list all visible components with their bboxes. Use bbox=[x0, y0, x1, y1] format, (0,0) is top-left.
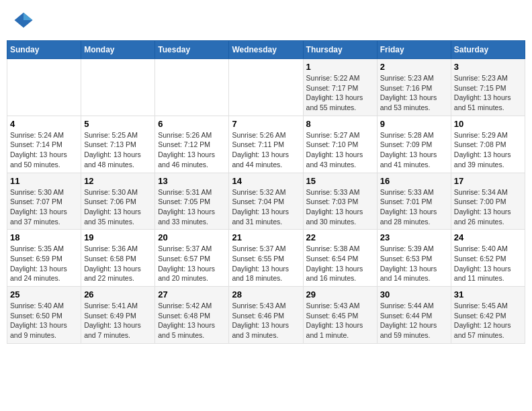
column-header-monday: Monday bbox=[81, 41, 155, 59]
day-number: 27 bbox=[158, 289, 226, 300]
calendar-cell: 20Sunrise: 5:37 AM Sunset: 6:57 PM Dayli… bbox=[155, 230, 229, 287]
calendar-cell: 3Sunrise: 5:23 AM Sunset: 7:15 PM Daylig… bbox=[451, 59, 525, 116]
day-info: Sunrise: 5:36 AM Sunset: 6:58 PM Dayligh… bbox=[84, 244, 152, 283]
calendar-cell: 1Sunrise: 5:22 AM Sunset: 7:17 PM Daylig… bbox=[303, 59, 377, 116]
day-info: Sunrise: 5:41 AM Sunset: 6:49 PM Dayligh… bbox=[84, 301, 152, 340]
calendar-cell: 17Sunrise: 5:34 AM Sunset: 7:00 PM Dayli… bbox=[451, 173, 525, 230]
day-info: Sunrise: 5:24 AM Sunset: 7:14 PM Dayligh… bbox=[10, 130, 78, 170]
calendar-cell: 15Sunrise: 5:33 AM Sunset: 7:03 PM Dayli… bbox=[303, 173, 377, 230]
calendar-cell: 28Sunrise: 5:43 AM Sunset: 6:46 PM Dayli… bbox=[229, 287, 303, 344]
day-number: 14 bbox=[232, 176, 300, 186]
calendar-cell bbox=[7, 59, 81, 116]
calendar-cell: 11Sunrise: 5:30 AM Sunset: 7:07 PM Dayli… bbox=[7, 173, 81, 230]
day-number: 1 bbox=[306, 62, 374, 72]
calendar-cell: 31Sunrise: 5:45 AM Sunset: 6:42 PM Dayli… bbox=[451, 287, 525, 344]
calendar-cell bbox=[155, 59, 229, 116]
day-number: 23 bbox=[380, 232, 448, 242]
day-info: Sunrise: 5:27 AM Sunset: 7:10 PM Dayligh… bbox=[306, 130, 374, 170]
page-header bbox=[7, 7, 525, 34]
day-number: 19 bbox=[84, 232, 152, 242]
calendar-cell: 30Sunrise: 5:44 AM Sunset: 6:44 PM Dayli… bbox=[377, 287, 451, 344]
column-header-saturday: Saturday bbox=[451, 41, 525, 59]
day-info: Sunrise: 5:43 AM Sunset: 6:45 PM Dayligh… bbox=[306, 301, 374, 340]
column-header-sunday: Sunday bbox=[7, 41, 81, 59]
calendar-cell: 5Sunrise: 5:25 AM Sunset: 7:13 PM Daylig… bbox=[81, 116, 155, 173]
calendar-cell: 19Sunrise: 5:36 AM Sunset: 6:58 PM Dayli… bbox=[81, 230, 155, 287]
column-header-wednesday: Wednesday bbox=[229, 41, 303, 59]
calendar-cell: 29Sunrise: 5:43 AM Sunset: 6:45 PM Dayli… bbox=[303, 287, 377, 344]
day-number: 22 bbox=[306, 232, 374, 242]
day-info: Sunrise: 5:28 AM Sunset: 7:09 PM Dayligh… bbox=[380, 130, 448, 170]
calendar-cell: 4Sunrise: 5:24 AM Sunset: 7:14 PM Daylig… bbox=[7, 116, 81, 173]
day-info: Sunrise: 5:33 AM Sunset: 7:01 PM Dayligh… bbox=[380, 187, 448, 227]
column-header-friday: Friday bbox=[377, 41, 451, 59]
calendar-cell bbox=[81, 59, 155, 116]
calendar-cell: 8Sunrise: 5:27 AM Sunset: 7:10 PM Daylig… bbox=[303, 116, 377, 173]
column-header-tuesday: Tuesday bbox=[155, 41, 229, 59]
calendar-week-row: 4Sunrise: 5:24 AM Sunset: 7:14 PM Daylig… bbox=[7, 116, 525, 173]
day-number: 18 bbox=[10, 232, 78, 242]
day-number: 15 bbox=[306, 176, 374, 186]
day-info: Sunrise: 5:26 AM Sunset: 7:11 PM Dayligh… bbox=[232, 130, 300, 170]
calendar-cell: 16Sunrise: 5:33 AM Sunset: 7:01 PM Dayli… bbox=[377, 173, 451, 230]
column-header-thursday: Thursday bbox=[303, 41, 377, 59]
day-info: Sunrise: 5:37 AM Sunset: 6:55 PM Dayligh… bbox=[232, 244, 300, 283]
day-number: 16 bbox=[380, 176, 448, 186]
day-info: Sunrise: 5:23 AM Sunset: 7:15 PM Dayligh… bbox=[454, 73, 522, 113]
day-info: Sunrise: 5:30 AM Sunset: 7:06 PM Dayligh… bbox=[84, 187, 152, 227]
day-info: Sunrise: 5:29 AM Sunset: 7:08 PM Dayligh… bbox=[454, 130, 522, 170]
calendar-week-row: 11Sunrise: 5:30 AM Sunset: 7:07 PM Dayli… bbox=[7, 173, 525, 230]
day-number: 30 bbox=[380, 289, 448, 300]
day-info: Sunrise: 5:33 AM Sunset: 7:03 PM Dayligh… bbox=[306, 187, 374, 227]
day-info: Sunrise: 5:42 AM Sunset: 6:48 PM Dayligh… bbox=[158, 301, 226, 340]
logo-icon bbox=[13, 10, 34, 30]
calendar-cell: 18Sunrise: 5:35 AM Sunset: 6:59 PM Dayli… bbox=[7, 230, 81, 287]
calendar-cell: 25Sunrise: 5:40 AM Sunset: 6:50 PM Dayli… bbox=[7, 287, 81, 344]
calendar-week-row: 18Sunrise: 5:35 AM Sunset: 6:59 PM Dayli… bbox=[7, 230, 525, 287]
day-number: 6 bbox=[158, 119, 226, 129]
day-number: 3 bbox=[454, 62, 522, 72]
day-number: 31 bbox=[454, 289, 522, 300]
day-info: Sunrise: 5:45 AM Sunset: 6:42 PM Dayligh… bbox=[454, 301, 522, 340]
day-number: 24 bbox=[454, 232, 522, 242]
day-number: 26 bbox=[84, 289, 152, 300]
day-info: Sunrise: 5:44 AM Sunset: 6:44 PM Dayligh… bbox=[380, 301, 448, 340]
day-info: Sunrise: 5:40 AM Sunset: 6:50 PM Dayligh… bbox=[10, 301, 78, 340]
day-number: 2 bbox=[380, 62, 448, 72]
day-number: 29 bbox=[306, 289, 374, 300]
day-number: 5 bbox=[84, 119, 152, 129]
day-number: 20 bbox=[158, 232, 226, 242]
day-info: Sunrise: 5:40 AM Sunset: 6:52 PM Dayligh… bbox=[454, 244, 522, 283]
day-info: Sunrise: 5:32 AM Sunset: 7:04 PM Dayligh… bbox=[232, 187, 300, 227]
calendar-cell: 6Sunrise: 5:26 AM Sunset: 7:12 PM Daylig… bbox=[155, 116, 229, 173]
calendar-cell: 13Sunrise: 5:31 AM Sunset: 7:05 PM Dayli… bbox=[155, 173, 229, 230]
svg-marker-1 bbox=[24, 13, 33, 20]
day-number: 17 bbox=[454, 176, 522, 186]
day-info: Sunrise: 5:38 AM Sunset: 6:54 PM Dayligh… bbox=[306, 244, 374, 283]
day-number: 4 bbox=[10, 119, 78, 129]
calendar-table: SundayMondayTuesdayWednesdayThursdayFrid… bbox=[7, 40, 525, 344]
calendar-cell: 14Sunrise: 5:32 AM Sunset: 7:04 PM Dayli… bbox=[229, 173, 303, 230]
day-number: 21 bbox=[232, 232, 300, 242]
logo bbox=[13, 10, 36, 30]
day-number: 13 bbox=[158, 176, 226, 186]
calendar-cell: 27Sunrise: 5:42 AM Sunset: 6:48 PM Dayli… bbox=[155, 287, 229, 344]
day-number: 7 bbox=[232, 119, 300, 129]
day-number: 28 bbox=[232, 289, 300, 300]
day-number: 10 bbox=[454, 119, 522, 129]
calendar-cell: 12Sunrise: 5:30 AM Sunset: 7:06 PM Dayli… bbox=[81, 173, 155, 230]
calendar-cell: 10Sunrise: 5:29 AM Sunset: 7:08 PM Dayli… bbox=[451, 116, 525, 173]
day-info: Sunrise: 5:31 AM Sunset: 7:05 PM Dayligh… bbox=[158, 187, 226, 227]
day-number: 8 bbox=[306, 119, 374, 129]
calendar-week-row: 25Sunrise: 5:40 AM Sunset: 6:50 PM Dayli… bbox=[7, 287, 525, 344]
calendar-cell: 26Sunrise: 5:41 AM Sunset: 6:49 PM Dayli… bbox=[81, 287, 155, 344]
day-info: Sunrise: 5:35 AM Sunset: 6:59 PM Dayligh… bbox=[10, 244, 78, 283]
calendar-cell: 22Sunrise: 5:38 AM Sunset: 6:54 PM Dayli… bbox=[303, 230, 377, 287]
calendar-cell: 7Sunrise: 5:26 AM Sunset: 7:11 PM Daylig… bbox=[229, 116, 303, 173]
calendar-cell: 2Sunrise: 5:23 AM Sunset: 7:16 PM Daylig… bbox=[377, 59, 451, 116]
day-info: Sunrise: 5:43 AM Sunset: 6:46 PM Dayligh… bbox=[232, 301, 300, 340]
day-info: Sunrise: 5:34 AM Sunset: 7:00 PM Dayligh… bbox=[454, 187, 522, 227]
calendar-header-row: SundayMondayTuesdayWednesdayThursdayFrid… bbox=[7, 41, 525, 59]
day-number: 12 bbox=[84, 176, 152, 186]
day-info: Sunrise: 5:30 AM Sunset: 7:07 PM Dayligh… bbox=[10, 187, 78, 227]
